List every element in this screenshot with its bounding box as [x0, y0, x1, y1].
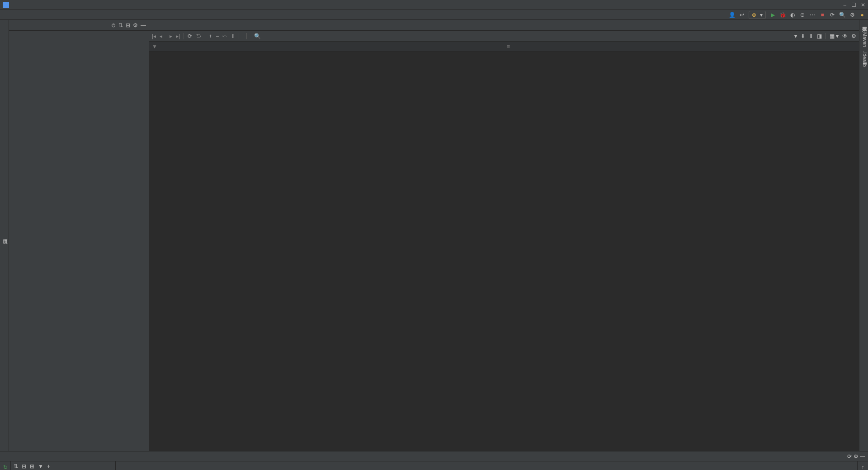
sort-icon[interactable]: ≡	[507, 43, 510, 50]
scroll-up-icon[interactable]: ↑	[862, 464, 864, 470]
services-header: ⟳ ⚙ —	[0, 451, 868, 461]
filter-icon[interactable]: ▼	[38, 463, 43, 470]
project-header: ⊚ ⇅ ⊟ ⚙ —	[9, 20, 149, 31]
window-controls: ‒ ☐ ✕	[843, 2, 865, 8]
gear-icon[interactable]: ⚙	[133, 22, 138, 28]
project-panel: ⊚ ⇅ ⊟ ⚙ —	[9, 20, 149, 451]
back-icon[interactable]: ↩	[739, 12, 745, 18]
close-icon[interactable]: ✕	[861, 2, 865, 8]
update-icon[interactable]: ⟳	[829, 12, 835, 18]
services-gutter: ↻ ■ ☐ ▼ 📌 🔧 ⤺ ▷ ⏸ ● Ø 📷 ⋯	[0, 461, 11, 470]
services-output-area: 部署	[116, 461, 857, 470]
right-tool-strip[interactable]: 数据库 m Maven .idealib	[859, 20, 868, 451]
left-tool-strip[interactable]: 项目	[0, 20, 9, 451]
editor-area: |◂ ◂ ▸ ▸| ⟳ ⮌ + − ⤺ ⬆ 🔍 ▾ ⬇ ⬆ ◨ ▦ ▾ 👁	[149, 20, 859, 451]
app-logo	[3, 2, 9, 8]
expand-all-icon[interactable]: ⇅	[14, 463, 18, 470]
gear-icon[interactable]: ⚙	[851, 33, 856, 39]
filter-icon[interactable]: ▼	[152, 43, 157, 50]
debug-icon[interactable]: 🐞	[779, 12, 786, 18]
view-icon[interactable]: 👁	[842, 33, 848, 39]
delete-row-icon[interactable]: −	[216, 33, 219, 39]
target-icon[interactable]: ⊚	[111, 22, 116, 28]
add-icon[interactable]: +	[47, 463, 50, 470]
settings-icon[interactable]: ⚙	[849, 12, 855, 18]
expand-icon[interactable]: ⇅	[118, 22, 123, 28]
export-icon[interactable]: ⬇	[801, 33, 805, 39]
db-toolbar: |◂ ◂ ▸ ▸| ⟳ ⮌ + − ⤺ ⬆ 🔍 ▾ ⬇ ⬆ ◨ ▦ ▾ 👁	[149, 31, 859, 42]
import-icon[interactable]: ⬆	[809, 33, 813, 39]
project-tree[interactable]	[9, 31, 149, 451]
clone-icon[interactable]: ◨	[817, 33, 822, 39]
console-gutter: ↑ ↓ ↩ ⤓ 🖶 🗑	[857, 461, 868, 470]
revert-icon[interactable]: ⮌	[196, 33, 201, 39]
gear-icon[interactable]: ⚙	[854, 453, 859, 460]
collapse-icon[interactable]: ⊟	[126, 22, 130, 28]
dropdown-icon: ▾	[760, 12, 763, 18]
search-icon[interactable]: 🔍	[839, 12, 845, 18]
data-grid[interactable]	[149, 52, 859, 451]
run-config-dropdown[interactable]: ⊛ ▾	[749, 11, 766, 19]
commit-icon[interactable]: ⬆	[231, 33, 235, 39]
main-area: 项目 ⊚ ⇅ ⊟ ⚙ — |◂ ◂ ▸ ▸| ⟳ ⮌ + −	[0, 20, 868, 451]
last-page-icon[interactable]: ▸|	[176, 33, 180, 39]
coverage-icon[interactable]: ◐	[789, 12, 796, 18]
rollback-icon[interactable]: ⤺	[222, 33, 227, 39]
minimize-icon[interactable]: ‒	[843, 2, 847, 8]
collapse-all-icon[interactable]: ⊟	[22, 463, 26, 470]
next-page-icon[interactable]: ▸	[170, 33, 172, 39]
services-tree-panel: ⇅ ⊟ ⊞ ▼ +	[11, 461, 116, 470]
hide-icon[interactable]: —	[141, 22, 146, 28]
table-selector[interactable]: ▦ ▾	[830, 33, 839, 39]
filter-row: ▼ ≡	[149, 42, 859, 52]
navbar: 👤 ↩ ⊛ ▾ ▶ 🐞 ◐ ⊙ ⋯ ■ ⟳ 🔍 ⚙ ●	[0, 10, 868, 20]
titlebar: ‒ ☐ ✕	[0, 0, 868, 10]
reload-icon[interactable]: ⟳	[188, 33, 192, 39]
search-db-icon[interactable]: 🔍	[254, 33, 261, 39]
run-icon[interactable]: ▶	[769, 12, 776, 18]
add-row-icon[interactable]: +	[209, 33, 212, 39]
avatar-icon[interactable]: ●	[859, 12, 865, 18]
attach-icon[interactable]: ⋯	[809, 12, 816, 18]
profile-icon[interactable]: ⊙	[799, 12, 806, 18]
stop-icon[interactable]: ■	[819, 12, 826, 18]
services-tabs	[116, 461, 857, 470]
rerun-icon[interactable]: ↻	[3, 464, 8, 470]
prev-page-icon[interactable]: ◂	[160, 33, 162, 39]
maximize-icon[interactable]: ☐	[851, 2, 856, 8]
group-icon[interactable]: ⊞	[30, 463, 34, 470]
first-page-icon[interactable]: |◂	[152, 33, 156, 39]
hide-icon[interactable]: —	[860, 453, 865, 460]
export-format[interactable]: ▾	[794, 33, 797, 39]
tomcat-icon: ⊛	[752, 12, 756, 18]
refresh-icon[interactable]: ⟳	[847, 453, 852, 460]
user-icon[interactable]: 👤	[729, 12, 735, 18]
services-panel: ⟳ ⚙ — ↻ ■ ☐ ▼ 📌 🔧 ⤺ ▷ ⏸ ● Ø 📷 ⋯ ⇅ ⊟ ⊞ ▼	[0, 451, 868, 470]
editor-tabs	[149, 20, 859, 31]
